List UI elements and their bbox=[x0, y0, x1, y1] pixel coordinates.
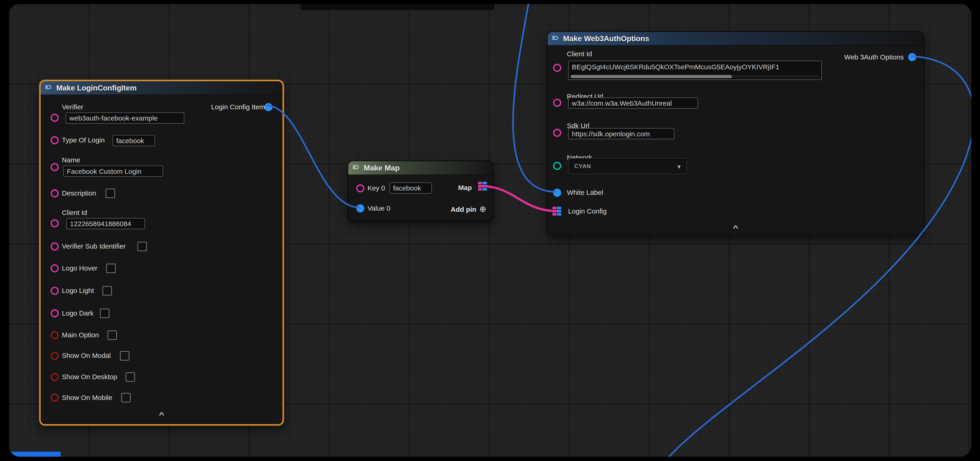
pin-verifier-sub-identifier[interactable] bbox=[51, 242, 59, 251]
make-struct-icon bbox=[552, 33, 559, 44]
node-make-loginconfigitem[interactable]: Make LoginConfigItem Login Config Item V… bbox=[39, 80, 284, 426]
node-header-make-web3authoptions[interactable]: Make Web3AuthOptions bbox=[547, 32, 924, 46]
checkbox-show-on-modal[interactable] bbox=[120, 351, 129, 360]
node-header-make-loginconfigitem[interactable]: Make LoginConfigItem bbox=[41, 81, 283, 95]
pin-label-logo-dark: Logo Dark bbox=[62, 309, 94, 317]
field-logo-hover[interactable] bbox=[106, 264, 116, 273]
field-type-of-login[interactable]: facebook bbox=[113, 135, 155, 146]
offscreen-node-partial bbox=[300, 4, 495, 11]
pin-logo-hover[interactable] bbox=[51, 264, 59, 273]
checkbox-show-on-mobile[interactable] bbox=[121, 393, 130, 402]
make-struct-icon bbox=[45, 82, 52, 93]
field-verifier-sub-identifier[interactable] bbox=[137, 242, 147, 251]
pin-label-logo-hover: Logo Hover bbox=[62, 264, 97, 272]
checkbox-show-on-desktop[interactable] bbox=[126, 372, 135, 382]
pin-key-0[interactable] bbox=[356, 184, 364, 192]
blueprint-graph-canvas[interactable]: Make LoginConfigItem Login Config Item V… bbox=[9, 4, 971, 457]
chevron-down-icon: ▾ bbox=[678, 163, 681, 170]
pin-label-logo-light: Logo Light bbox=[62, 287, 94, 294]
pin-label-name: Name bbox=[62, 156, 80, 164]
output-pin-login-config-item[interactable] bbox=[264, 103, 273, 111]
node-title: Make Map bbox=[364, 163, 399, 172]
pin-type-of-login[interactable] bbox=[51, 136, 59, 145]
pin-show-on-desktop[interactable] bbox=[51, 373, 59, 381]
field-scrollbar-thumb[interactable] bbox=[571, 75, 732, 78]
field-client-id[interactable]: BEglQSgt4cUWcj6SKRdu5QkOXTsePmMcusG5EAoy… bbox=[568, 60, 822, 80]
pin-label-login-config: Login Config bbox=[568, 207, 607, 215]
pin-show-on-modal[interactable] bbox=[51, 352, 59, 360]
node-header-make-map[interactable]: Make Map bbox=[348, 161, 493, 175]
field-client-id[interactable]: 1222658941886084 bbox=[66, 218, 145, 229]
field-verifier[interactable]: web3auth-facebook-example bbox=[66, 113, 185, 124]
pin-label-show-on-mobile: Show On Mobile bbox=[62, 394, 112, 401]
pin-label-description: Description bbox=[62, 189, 96, 197]
pin-main-option[interactable] bbox=[51, 331, 59, 339]
output-pin-label: Login Config Item bbox=[211, 103, 265, 111]
pin-logo-dark[interactable] bbox=[51, 309, 59, 317]
pin-label-type-of-login: Type Of Login bbox=[62, 136, 105, 144]
checkbox-main-option[interactable] bbox=[108, 331, 117, 340]
pin-logo-light[interactable] bbox=[51, 287, 59, 295]
node-make-web3authoptions[interactable]: Make Web3AuthOptions Web 3Auth Options C… bbox=[547, 31, 924, 235]
pin-description[interactable] bbox=[51, 189, 59, 197]
pin-white-label[interactable] bbox=[553, 189, 562, 197]
pin-label-show-on-modal: Show On Modal bbox=[62, 352, 111, 359]
pin-label-white-label: White Label bbox=[567, 189, 603, 196]
node-title: Make LoginConfigItem bbox=[56, 83, 137, 92]
pin-client-id[interactable] bbox=[553, 64, 562, 72]
add-pin-label: Add pin bbox=[451, 205, 476, 213]
field-scrollbar-track[interactable] bbox=[571, 75, 819, 78]
pin-verifier[interactable] bbox=[51, 114, 59, 122]
field-client-id-text: BEglQSgt4cUWcj6SKRdu5QkOXTsePmMcusG5EAoy… bbox=[572, 63, 780, 71]
node-make-map[interactable]: Make Map Key 0 facebook Map Value 0 Add … bbox=[347, 161, 494, 221]
pin-name[interactable] bbox=[51, 163, 59, 171]
field-redirect-url[interactable]: w3a://com.w3a.Web3AuthUnreal bbox=[568, 97, 698, 109]
field-sdk-url[interactable]: https://sdk.openlogin.com bbox=[568, 128, 674, 139]
field-logo-dark[interactable] bbox=[100, 309, 109, 318]
collapse-chevron-icon[interactable]: ∧ bbox=[378, 224, 971, 230]
add-pin-button[interactable]: Add pin ⊕ bbox=[451, 205, 486, 213]
output-pin-label: Web 3Auth Options bbox=[844, 53, 904, 60]
pin-login-config[interactable] bbox=[552, 207, 562, 216]
node-title: Make Web3AuthOptions bbox=[563, 34, 649, 43]
offscreen-blue-element bbox=[9, 451, 60, 457]
field-description[interactable] bbox=[106, 189, 115, 198]
add-pin-plus-icon: ⊕ bbox=[479, 205, 486, 213]
pin-redirect-url[interactable] bbox=[553, 99, 562, 107]
output-pin-web3auth-options[interactable] bbox=[908, 53, 916, 61]
pin-label-client-id: Client Id bbox=[62, 209, 87, 216]
output-pin-label: Map bbox=[458, 184, 472, 191]
pin-value-0[interactable] bbox=[356, 204, 364, 213]
pin-label-main-option: Main Option bbox=[62, 331, 99, 339]
pin-label-key-0: Key 0 bbox=[368, 184, 385, 192]
field-name[interactable]: Facebook Custom Login bbox=[63, 165, 163, 177]
pin-label-show-on-desktop: Show On Desktop bbox=[62, 373, 117, 380]
pin-network[interactable] bbox=[553, 162, 562, 170]
output-pin-map[interactable] bbox=[478, 182, 487, 191]
field-key-0[interactable]: facebook bbox=[389, 183, 432, 194]
pin-sdk-url[interactable] bbox=[553, 129, 562, 137]
make-map-icon bbox=[353, 162, 360, 173]
pin-label-verifier: Verifier bbox=[62, 103, 83, 111]
pin-label-value-0: Value 0 bbox=[368, 204, 390, 212]
network-dropdown-value: CYAN bbox=[574, 163, 591, 169]
pin-label-verifier-sub-identifier: Verifier Sub Identifier bbox=[62, 242, 126, 250]
blueprint-editor-stage: Make LoginConfigItem Login Config Item V… bbox=[0, 0, 980, 461]
network-dropdown[interactable]: CYAN ▾ bbox=[568, 158, 687, 174]
pin-label-client-id: Client Id bbox=[567, 50, 592, 58]
field-logo-light[interactable] bbox=[102, 286, 112, 296]
collapse-chevron-icon[interactable]: ∧ bbox=[9, 410, 391, 416]
pin-show-on-mobile[interactable] bbox=[51, 394, 59, 402]
pin-client-id[interactable] bbox=[51, 219, 59, 227]
